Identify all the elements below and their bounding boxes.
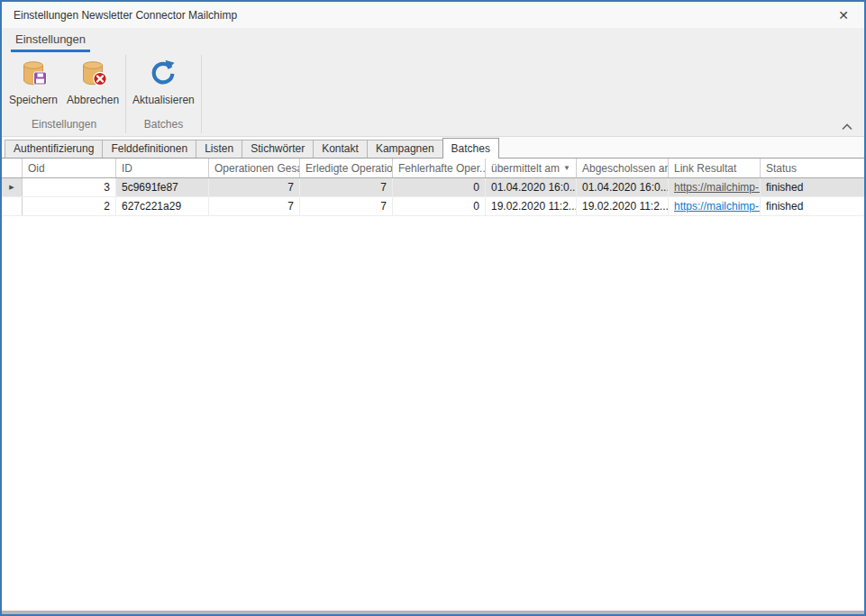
aktualisieren-button[interactable]: Aktualisieren [128, 57, 199, 106]
cell-erledigte-operationen[interactable]: 7 [300, 197, 393, 215]
ribbon-group-einstellungen: Speichern Abbrechen [5, 52, 123, 136]
page-tab-strip: Authentifizierung Felddefinitionen Liste… [2, 137, 864, 159]
settings-window: Einstellungen Newsletter Connector Mailc… [0, 0, 866, 616]
chevron-up-icon [842, 118, 852, 134]
column-header-operationen-gesamt[interactable]: Operationen Gesa... [209, 159, 300, 177]
cell-oid[interactable]: 3 [23, 178, 116, 196]
window-bottom-strip [2, 611, 864, 614]
column-header-erledigte-operationen[interactable]: Erledigte Operatio... [300, 159, 393, 177]
batches-grid: Oid ID Operationen Gesa... Erledigte Ope… [2, 159, 864, 216]
ribbon-tab-einstellungen[interactable]: Einstellungen [11, 31, 90, 52]
tab-authentifizierung[interactable]: Authentifizierung [5, 140, 103, 158]
ribbon-tab-row: Einstellungen [2, 28, 864, 52]
aktualisieren-label: Aktualisieren [132, 94, 195, 106]
column-header-fehlerhafte-operationen[interactable]: Fehlerhafte Oper... [393, 159, 486, 177]
row-indicator-cell[interactable] [2, 197, 23, 215]
column-header-abgeschlossen-am[interactable]: Abgescholssen am [577, 159, 669, 177]
cell-status[interactable]: finished [761, 197, 864, 215]
grid-header-row: Oid ID Operationen Gesa... Erledigte Ope… [2, 159, 864, 178]
column-header-uebermittelt-am-label: übermittelt am [491, 162, 560, 175]
database-save-icon [19, 59, 48, 87]
cell-oid[interactable]: 2 [23, 197, 116, 215]
cell-fehlerhafte-operationen[interactable]: 0 [393, 197, 486, 215]
column-header-id[interactable]: ID [116, 159, 209, 177]
cell-uebermittelt-am[interactable]: 19.02.2020 11:2... [486, 197, 577, 215]
window-title: Einstellungen Newsletter Connector Mailc… [14, 9, 828, 22]
tab-felddefinitionen[interactable]: Felddefinitionen [102, 140, 196, 158]
cell-fehlerhafte-operationen[interactable]: 0 [393, 178, 486, 196]
speichern-label: Speichern [9, 94, 58, 106]
close-icon[interactable]: ✕ [828, 5, 859, 26]
cell-link-resultat: https://mailchimp-... [669, 197, 761, 215]
cell-abgeschlossen-am[interactable]: 19.02.2020 11:2... [577, 197, 669, 215]
grid-empty-area [2, 216, 864, 611]
table-row[interactable]: ▶ 3 5c9691fe87 7 7 0 01.04.2020 16:0... … [2, 178, 864, 197]
abbrechen-button[interactable]: Abbrechen [62, 57, 123, 106]
result-link[interactable]: https://mailchimp-... [674, 200, 761, 213]
cell-abgeschlossen-am[interactable]: 01.04.2020 16:0... [577, 178, 669, 196]
cell-operationen-gesamt[interactable]: 7 [209, 178, 300, 196]
database-cancel-icon [78, 59, 107, 87]
ribbon-group-separator [125, 55, 126, 133]
ribbon-group-separator [201, 55, 202, 133]
ribbon: Speichern Abbrechen [2, 52, 864, 137]
title-bar: Einstellungen Newsletter Connector Mailc… [2, 2, 864, 28]
ribbon-collapse-button[interactable] [840, 121, 854, 131]
tab-kampagnen[interactable]: Kampagnen [367, 140, 443, 158]
row-indicator-cell[interactable]: ▶ [2, 178, 23, 196]
column-header-oid[interactable]: Oid [23, 159, 116, 177]
table-row[interactable]: 2 627c221a29 7 7 0 19.02.2020 11:2... 19… [2, 197, 864, 216]
tab-stichwoerter[interactable]: Stichwörter [242, 140, 314, 158]
cell-erledigte-operationen[interactable]: 7 [300, 178, 393, 196]
speichern-button[interactable]: Speichern [5, 57, 62, 106]
row-indicator-icon: ▶ [9, 184, 14, 191]
abbrechen-label: Abbrechen [67, 94, 119, 106]
ribbon-group-label-batches: Batches [128, 117, 199, 136]
cell-link-resultat: https://mailchimp-... [669, 178, 761, 196]
ribbon-group-batches: Aktualisieren Batches [128, 52, 199, 136]
cell-id[interactable]: 5c9691fe87 [116, 178, 209, 196]
result-link[interactable]: https://mailchimp-... [674, 181, 761, 194]
tab-batches[interactable]: Batches [442, 138, 499, 159]
tab-listen[interactable]: Listen [196, 140, 242, 158]
cell-uebermittelt-am[interactable]: 01.04.2020 16:0... [486, 178, 577, 196]
sort-desc-icon: ▼ [560, 164, 570, 172]
column-header-link-resultat[interactable]: Link Resultat [669, 159, 761, 177]
refresh-icon [149, 59, 178, 87]
tab-kontakt[interactable]: Kontakt [313, 140, 368, 158]
column-header-uebermittelt-am[interactable]: übermittelt am ▼ [486, 159, 577, 177]
column-header-status[interactable]: Status [761, 159, 864, 177]
header-row-indicator [2, 159, 23, 177]
cell-status[interactable]: finished [761, 178, 864, 196]
ribbon-group-label-einstellungen: Einstellungen [5, 117, 123, 136]
cell-id[interactable]: 627c221a29 [116, 197, 209, 215]
cell-operationen-gesamt[interactable]: 7 [209, 197, 300, 215]
